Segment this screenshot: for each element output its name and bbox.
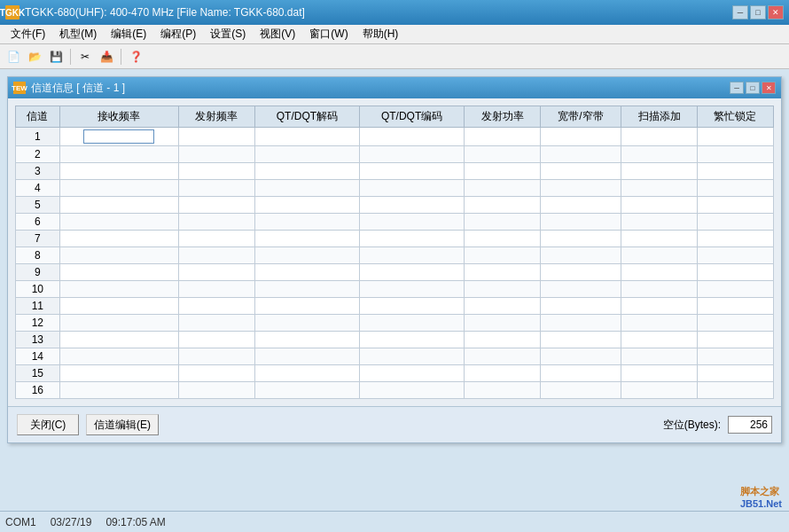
data-cell[interactable] xyxy=(59,264,178,281)
data-cell[interactable] xyxy=(360,197,465,214)
data-cell[interactable] xyxy=(465,365,541,382)
data-cell[interactable] xyxy=(541,348,621,365)
data-cell[interactable] xyxy=(59,146,178,163)
data-cell[interactable] xyxy=(59,163,178,180)
data-cell[interactable] xyxy=(697,298,773,315)
data-cell[interactable] xyxy=(465,163,541,180)
data-cell[interactable] xyxy=(697,281,773,298)
data-cell[interactable] xyxy=(59,197,178,214)
menu-edit[interactable]: 编辑(E) xyxy=(104,25,153,43)
data-cell[interactable] xyxy=(254,197,359,214)
data-cell[interactable] xyxy=(254,180,359,197)
table-row[interactable]: 9 xyxy=(16,264,774,281)
table-row[interactable]: 4 xyxy=(16,180,774,197)
menu-file[interactable]: 文件(F) xyxy=(4,25,52,43)
data-cell[interactable] xyxy=(621,146,698,163)
data-cell[interactable] xyxy=(360,247,465,264)
data-cell[interactable] xyxy=(621,247,698,264)
menu-window[interactable]: 窗口(W) xyxy=(302,25,355,43)
data-cell[interactable] xyxy=(360,332,465,348)
maximize-button[interactable]: □ xyxy=(750,5,766,20)
data-cell[interactable] xyxy=(254,247,359,264)
data-cell[interactable] xyxy=(178,365,254,382)
data-cell[interactable] xyxy=(697,382,773,399)
data-cell[interactable] xyxy=(360,365,465,382)
data-cell[interactable] xyxy=(621,365,698,382)
save-button[interactable]: 💾 xyxy=(46,47,66,66)
data-cell[interactable] xyxy=(697,197,773,214)
data-cell[interactable] xyxy=(254,348,359,365)
data-cell[interactable] xyxy=(254,332,359,348)
inner-minimize-button[interactable]: ─ xyxy=(730,82,744,94)
data-cell[interactable] xyxy=(254,163,359,180)
table-row[interactable]: 1 xyxy=(16,128,774,146)
data-cell[interactable] xyxy=(178,281,254,298)
data-cell[interactable] xyxy=(59,382,178,399)
data-cell[interactable] xyxy=(541,264,621,281)
table-row[interactable]: 5 xyxy=(16,197,774,214)
data-cell[interactable] xyxy=(254,128,359,146)
data-cell[interactable] xyxy=(254,231,359,247)
data-cell[interactable] xyxy=(254,315,359,332)
table-row[interactable]: 14 xyxy=(16,348,774,365)
recv-freq-cell[interactable] xyxy=(59,128,178,146)
data-cell[interactable] xyxy=(697,214,773,231)
data-cell[interactable] xyxy=(254,281,359,298)
data-cell[interactable] xyxy=(178,180,254,197)
close-dialog-button[interactable]: 关闭(C) xyxy=(17,414,79,435)
data-cell[interactable] xyxy=(59,214,178,231)
data-cell[interactable] xyxy=(465,348,541,365)
data-cell[interactable] xyxy=(59,332,178,348)
data-cell[interactable] xyxy=(59,315,178,332)
data-cell[interactable] xyxy=(465,180,541,197)
table-row[interactable]: 10 xyxy=(16,281,774,298)
data-cell[interactable] xyxy=(697,348,773,365)
read-button[interactable]: 📥 xyxy=(97,47,116,66)
menu-help[interactable]: 帮助(H) xyxy=(355,25,406,43)
data-cell[interactable] xyxy=(360,348,465,365)
data-cell[interactable] xyxy=(254,298,359,315)
cut-button[interactable]: ✂ xyxy=(75,47,95,66)
table-row[interactable]: 16 xyxy=(16,382,774,399)
recv-freq-input[interactable] xyxy=(83,129,154,144)
data-cell[interactable] xyxy=(360,128,465,146)
data-cell[interactable] xyxy=(541,365,621,382)
data-cell[interactable] xyxy=(360,214,465,231)
data-cell[interactable] xyxy=(541,298,621,315)
data-cell[interactable] xyxy=(697,247,773,264)
data-cell[interactable] xyxy=(178,247,254,264)
data-cell[interactable] xyxy=(541,146,621,163)
data-cell[interactable] xyxy=(621,180,698,197)
inner-close-button[interactable]: ✕ xyxy=(762,82,776,94)
data-cell[interactable] xyxy=(178,214,254,231)
data-cell[interactable] xyxy=(178,264,254,281)
data-cell[interactable] xyxy=(465,382,541,399)
data-cell[interactable] xyxy=(541,315,621,332)
data-cell[interactable] xyxy=(541,332,621,348)
data-cell[interactable] xyxy=(360,146,465,163)
data-cell[interactable] xyxy=(621,382,698,399)
data-cell[interactable] xyxy=(621,214,698,231)
data-cell[interactable] xyxy=(59,247,178,264)
data-cell[interactable] xyxy=(541,197,621,214)
data-cell[interactable] xyxy=(254,365,359,382)
data-cell[interactable] xyxy=(178,315,254,332)
data-cell[interactable] xyxy=(360,231,465,247)
data-cell[interactable] xyxy=(541,247,621,264)
open-button[interactable]: 📂 xyxy=(25,47,44,66)
data-cell[interactable] xyxy=(621,264,698,281)
table-row[interactable]: 13 xyxy=(16,332,774,348)
data-cell[interactable] xyxy=(178,128,254,146)
data-cell[interactable] xyxy=(178,332,254,348)
data-cell[interactable] xyxy=(465,332,541,348)
data-cell[interactable] xyxy=(178,231,254,247)
table-row[interactable]: 7 xyxy=(16,231,774,247)
data-cell[interactable] xyxy=(360,382,465,399)
data-cell[interactable] xyxy=(697,332,773,348)
data-cell[interactable] xyxy=(465,128,541,146)
data-cell[interactable] xyxy=(621,298,698,315)
data-cell[interactable] xyxy=(541,382,621,399)
data-cell[interactable] xyxy=(178,382,254,399)
data-cell[interactable] xyxy=(621,332,698,348)
data-cell[interactable] xyxy=(465,197,541,214)
